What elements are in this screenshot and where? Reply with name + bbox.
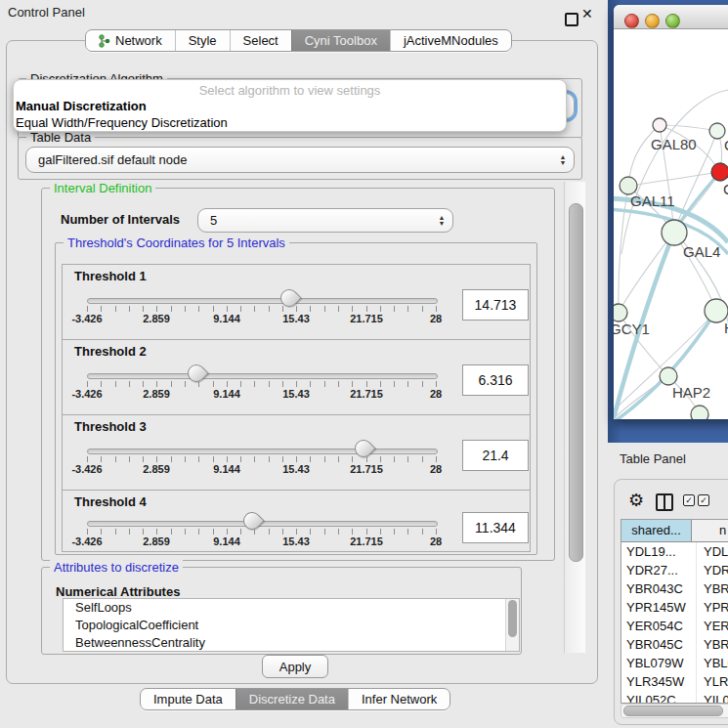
slider-ticks: [87, 456, 437, 462]
threshold-3-value-field[interactable]: [462, 440, 529, 471]
threshold-2-slider[interactable]: [87, 373, 438, 379]
tab-impute-data[interactable]: Impute Data: [141, 689, 236, 709]
node-hap2[interactable]: [660, 367, 677, 385]
list-item[interactable]: SelfLoops: [64, 599, 519, 617]
node-gal80[interactable]: [653, 118, 666, 132]
threshold-3-box: Threshold 3 -3.426 2.859 9.144 15.43 21.…: [62, 414, 531, 491]
list-scrollbar-thumb[interactable]: [508, 600, 517, 637]
tab-network-label: Network: [115, 33, 162, 48]
table-header-row: shared... n: [621, 520, 728, 542]
panel-scrollbar[interactable]: [564, 182, 585, 653]
table-data-select[interactable]: galFiltered.sif default node ▲▼: [25, 147, 575, 173]
attributes-group-title: Attributes to discretize: [50, 560, 183, 575]
thresholds-group-title: Threshold's Coordinates for 5 Intervals: [64, 236, 289, 250]
float-window-icon[interactable]: [565, 13, 578, 26]
column-header-shared-name[interactable]: shared...: [621, 520, 692, 541]
zoom-traffic-light-icon[interactable]: [665, 14, 680, 28]
tab-discretize-data[interactable]: Discretize Data: [236, 689, 348, 709]
tab-network[interactable]: Network: [86, 30, 175, 51]
table-horizontal-scrollbar[interactable]: [621, 704, 728, 718]
minimize-traffic-light-icon[interactable]: [645, 14, 660, 28]
control-panel: Control Panel ✕ Network Style Select Cyn…: [0, 0, 604, 728]
node-label-hap2: HAP2: [672, 384, 710, 401]
algorithm-dropdown-popup: Select algorithm to view settings Manual…: [13, 79, 567, 132]
column-header-name[interactable]: n: [692, 520, 728, 541]
option-equal-width-frequency[interactable]: Equal Width/Frequency Discretization: [14, 114, 566, 131]
table-row[interactable]: YIL052CYIL0: [621, 691, 728, 704]
close-icon[interactable]: ✕: [581, 6, 593, 21]
cyni-bottom-tabbar: Impute Data Discretize Data Infer Networ…: [140, 688, 450, 710]
threshold-3-slider[interactable]: [87, 449, 438, 454]
panel-scrollbar-thumb[interactable]: [569, 203, 583, 562]
table-row[interactable]: YDL19...YDL1: [621, 542, 728, 561]
table-data-selected-value: galFiltered.sif default node: [26, 152, 552, 167]
node-bottom[interactable]: [691, 406, 708, 419]
node-label-partial-c: C: [723, 181, 728, 197]
close-traffic-light-icon[interactable]: [624, 14, 639, 28]
apply-button[interactable]: Apply: [262, 655, 328, 678]
table-data-group-title: Table Data: [26, 130, 95, 145]
slider-ticks: [87, 529, 437, 535]
threshold-1-box: Threshold 1 -3.426 2.859 9.144 15.43 21.…: [62, 264, 531, 340]
number-of-intervals-spinner[interactable]: 5 ▲▼: [197, 208, 453, 233]
slider-ticks: [87, 381, 437, 387]
table-row[interactable]: YDR27...YDR2: [621, 561, 728, 579]
node-top-right[interactable]: [709, 123, 725, 139]
node-label-gcy1: GCY1: [614, 321, 650, 337]
interval-definition-title: Interval Definition: [50, 181, 155, 195]
number-of-intervals-label: Number of Intervals: [61, 212, 180, 227]
node-label-partial-g: G: [724, 137, 728, 153]
node-gal4[interactable]: [662, 220, 687, 245]
list-item[interactable]: BetweennessCentrality: [64, 634, 519, 652]
gear-icon[interactable]: ⚙: [628, 492, 644, 509]
threshold-4-box: Threshold 4 -3.426 2.859 9.144 15.43 21.…: [62, 490, 531, 552]
table-horizontal-scrollbar-thumb[interactable]: [623, 706, 723, 716]
tab-infer-network[interactable]: Infer Network: [348, 689, 450, 709]
combo-arrows-icon: ▲▼: [552, 154, 574, 166]
table-row[interactable]: YBL079WYBL0: [621, 654, 728, 672]
tab-style[interactable]: Style: [175, 30, 230, 51]
table-panel-title: Table Panel: [620, 451, 686, 466]
node-red-selected[interactable]: [711, 163, 728, 181]
node-label-gal11: GAL11: [630, 193, 675, 209]
panel-title: Control Panel: [8, 5, 85, 20]
node-table: shared... n YDL19...YDL1 YDR27...YDR2 YB…: [621, 519, 728, 704]
network-tab-icon: [99, 34, 110, 48]
node-gcy1[interactable]: [614, 304, 627, 321]
threshold-4-value-field[interactable]: [462, 512, 529, 543]
window-titlebar: [614, 5, 728, 29]
network-canvas[interactable]: GAL80 G C GAL11 GAL4 GCY1 H HAP2: [614, 28, 728, 419]
option-manual-discretization[interactable]: Manual Discretization: [14, 98, 566, 114]
control-panel-tabbar: Network Style Select Cyni Toolbox jActiv…: [85, 29, 512, 52]
number-of-intervals-value: 5: [198, 213, 431, 228]
threshold-2-value-field[interactable]: [462, 364, 529, 396]
algorithm-placeholder-option[interactable]: Select algorithm to view settings: [14, 80, 566, 98]
threshold-1-value-field[interactable]: [462, 289, 529, 321]
threshold-1-label: Threshold 1: [74, 269, 147, 283]
threshold-1-slider[interactable]: [87, 298, 438, 304]
numerical-attributes-label: Numerical Attributes: [56, 584, 180, 599]
numerical-attributes-list[interactable]: SelfLoops TopologicalCoefficient Between…: [63, 598, 520, 652]
tab-jactivemnodules[interactable]: jActiveMNodules: [390, 30, 511, 51]
tab-cyni-toolbox[interactable]: Cyni Toolbox: [291, 30, 390, 51]
node-label-partial-h: H: [724, 320, 728, 336]
checkbox-icon[interactable]: ✓: [683, 494, 695, 506]
tab-select[interactable]: Select: [230, 30, 291, 51]
list-item[interactable]: TopologicalCoefficient: [64, 617, 519, 634]
threshold-4-label: Threshold 4: [74, 494, 147, 509]
checkbox-icon[interactable]: ✓: [698, 494, 709, 506]
list-scrollbar[interactable]: [505, 599, 519, 651]
threshold-2-box: Threshold 2 -3.426 2.859 9.144 15.43 21.…: [62, 339, 531, 415]
slider-ticks: [87, 306, 437, 312]
table-row[interactable]: YER054CYER0: [621, 617, 728, 635]
spinner-arrows-icon: ▲▼: [431, 215, 452, 227]
threshold-3-label: Threshold 3: [74, 419, 147, 434]
threshold-2-label: Threshold 2: [74, 344, 147, 359]
table-row[interactable]: YBR043CYBR0: [621, 579, 728, 598]
split-pane-icon[interactable]: [656, 493, 673, 511]
node-label-gal4: GAL4: [683, 243, 720, 260]
table-row[interactable]: YPR145WYPR1: [621, 598, 728, 617]
node-label-gal80: GAL80: [651, 136, 697, 152]
table-row[interactable]: YLR345WYLR3: [621, 672, 728, 691]
table-row[interactable]: YBR045CYBR0: [621, 635, 728, 654]
